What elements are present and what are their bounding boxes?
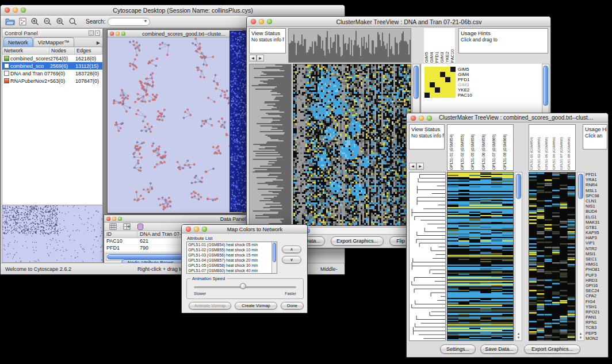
close-icon[interactable] [251, 19, 256, 24]
search-input[interactable]: ▼ [108, 18, 150, 26]
done-button[interactable]: Done [281, 302, 304, 309]
row-dendrogram[interactable] [409, 172, 446, 341]
column-header-network[interactable]: Network [2, 47, 49, 54]
export-graphics-button[interactable]: Export Graphics... [524, 344, 580, 354]
zoom-window-icon[interactable] [121, 32, 125, 36]
export-graphics-button[interactable]: Export Graphics... [331, 236, 384, 246]
attribute-list-item[interactable]: GPL51-08 (GSM868) heat shock 60 min [187, 273, 277, 274]
network-canvas[interactable] [108, 37, 242, 212]
save-data-button[interactable]: Save Data... [480, 344, 518, 354]
close-icon[interactable] [110, 32, 114, 36]
scroll-right-icon[interactable]: ▶ [416, 163, 424, 170]
minimize-icon[interactable] [194, 227, 199, 232]
scroll-left-icon[interactable]: ◀ [409, 163, 416, 170]
network-list-row[interactable]: RNAPuberNov2+563(0)107847(0) [2, 77, 102, 85]
zoom-window-icon[interactable] [118, 217, 122, 221]
gene-label: RPO21 [586, 309, 609, 315]
close-icon[interactable] [5, 7, 10, 13]
zoom-vscrollbar[interactable]: ▲▼ [577, 172, 584, 341]
gene-label: RPN1 [586, 320, 609, 325]
network-list-row[interactable]: combined_scores2764(0)16218(0) [2, 55, 102, 62]
zoom-window-icon[interactable] [267, 19, 272, 24]
attribute-list[interactable]: GPL51-01 (GSM854) heat shock 05 minGPL51… [186, 242, 277, 274]
select-attributes-icon[interactable] [107, 221, 118, 232]
green-network-icon [4, 56, 9, 61]
zoom-column-label: PFD1 [434, 28, 439, 63]
open-session-icon[interactable] [4, 17, 16, 27]
usage-hints-title: Usage Hints [459, 29, 548, 36]
attribute-list-item[interactable]: GPL51-01 (GSM854) heat shock 05 min [187, 242, 277, 247]
close-icon[interactable] [411, 116, 416, 121]
speed-slider-thumb[interactable] [240, 283, 246, 289]
move-down-button[interactable]: ∨ [282, 256, 301, 263]
zoom-window-icon[interactable] [202, 227, 207, 232]
zoom-heatmap[interactable] [529, 172, 576, 341]
map-dialog-titlebar[interactable]: Map Colors to Network [182, 225, 307, 233]
heatmap-vscrollbar[interactable]: ▲▼ [515, 172, 522, 341]
gene-label: TCB3 [586, 325, 609, 330]
desktop: Cytoscape Desktop (Session Name: collins… [0, 0, 612, 364]
column-header-nodes[interactable]: Nodes [49, 47, 75, 54]
column-header-id[interactable]: ID [104, 231, 137, 237]
minimize-icon[interactable] [112, 217, 116, 221]
network-list-row[interactable]: DNA and Tran 07769(0)183728(0) [2, 70, 102, 77]
minimize-icon[interactable] [259, 19, 264, 24]
column-label: GPL51-05 (GSM858) [471, 125, 481, 170]
network-view-titlebar[interactable]: combined_scores_good.txt--cluste... [108, 30, 243, 37]
zoom-column-label: GIM3 [439, 28, 445, 63]
settings-button[interactable]: Settings... [440, 344, 476, 354]
view-status-text: No status info f [250, 36, 285, 43]
map-dialog-title: Map Colors to Network [214, 226, 296, 232]
zoom-window-icon[interactable] [427, 116, 432, 121]
tab-network[interactable]: Network [3, 37, 33, 47]
minimize-icon[interactable] [419, 116, 424, 121]
scroll-left-icon[interactable]: ◀ [249, 55, 257, 62]
zoom-in-icon[interactable] [29, 17, 41, 27]
column-labels: GPL51-01 (GSM854)GPL51-02 (GSM855)GPL51-… [447, 124, 514, 171]
usage-hints-panel: Usage Hints Click and drag to [458, 28, 548, 53]
attribute-list-item[interactable]: GPL51-05 (GSM858) heat shock 30 min [187, 263, 277, 268]
cytoscape-titlebar[interactable]: Cytoscape Desktop (Session Name: collins… [1, 5, 345, 16]
zoom-column-label: PAC10 [450, 28, 455, 63]
zoom-column-label: GIM5 [424, 28, 429, 63]
global-heatmap[interactable] [293, 64, 411, 226]
search-label: Search: [86, 18, 105, 25]
scroll-right-icon[interactable]: ▶ [257, 55, 264, 62]
column-header-edges[interactable]: Edges [75, 47, 102, 54]
treeview-combined-titlebar[interactable]: ClusterMaker TreeView : combined_scores_… [407, 113, 608, 122]
global-heatmap[interactable] [447, 172, 514, 341]
gene-label: PFD1 [586, 172, 609, 177]
column-dendrogram[interactable] [288, 28, 411, 63]
attribute-list-item[interactable]: GPL51-02 (GSM855) heat shock 10 min [187, 247, 277, 252]
tab-vizmapper[interactable]: VizMapper™ [33, 37, 74, 47]
create-vizmap-button[interactable]: Create Vizmap [235, 302, 277, 309]
usage-hints-title: Usage Hi [583, 125, 607, 132]
new-attribute-icon[interactable] [121, 221, 132, 232]
attribute-list-item[interactable]: GPL51-03 (GSM856) heat shock 15 min [187, 252, 277, 258]
move-up-button[interactable]: ∧ [282, 246, 301, 253]
row-dendrogram[interactable] [249, 64, 292, 226]
attribute-list-item[interactable]: GPL51-07 (GSM860) heat shock 40 min [187, 268, 277, 273]
tab-overflow-arrow-icon[interactable]: ▶ [94, 40, 102, 47]
zoom-heatmap-matrix[interactable] [424, 67, 456, 98]
gene-label: HRD3 [586, 278, 609, 283]
network-overview-thumbnail[interactable] [2, 205, 102, 262]
network-list-row[interactable]: combined_sco2569(6)13112(15) [2, 62, 102, 70]
minimize-icon[interactable] [116, 32, 120, 36]
float-panel-icon[interactable]: ◻ [89, 30, 94, 36]
close-icon[interactable] [106, 217, 110, 221]
animate-vizmap-button[interactable]: Animate Vizmap [189, 302, 231, 309]
import-network-icon[interactable] [17, 17, 28, 27]
close-icon[interactable] [186, 227, 191, 232]
minimize-icon[interactable] [13, 7, 18, 13]
attribute-list-scrollbar[interactable] [271, 242, 277, 273]
zoom-out-icon[interactable] [42, 17, 53, 27]
zoom-selected-icon[interactable] [55, 17, 66, 27]
zoom-window-icon[interactable] [21, 7, 26, 13]
attribute-list-item[interactable]: GPL51-04 (GSM857) heat shock 20 min [187, 258, 277, 263]
animation-speed-label: Animation Speed [190, 276, 227, 281]
database-icon[interactable] [135, 221, 146, 232]
treeview-dna-titlebar[interactable]: ClusterMaker TreeView : DNA and Tran 07-… [247, 17, 550, 27]
close-panel-icon[interactable]: x [95, 30, 100, 36]
zoom-fit-icon[interactable] [67, 17, 79, 27]
